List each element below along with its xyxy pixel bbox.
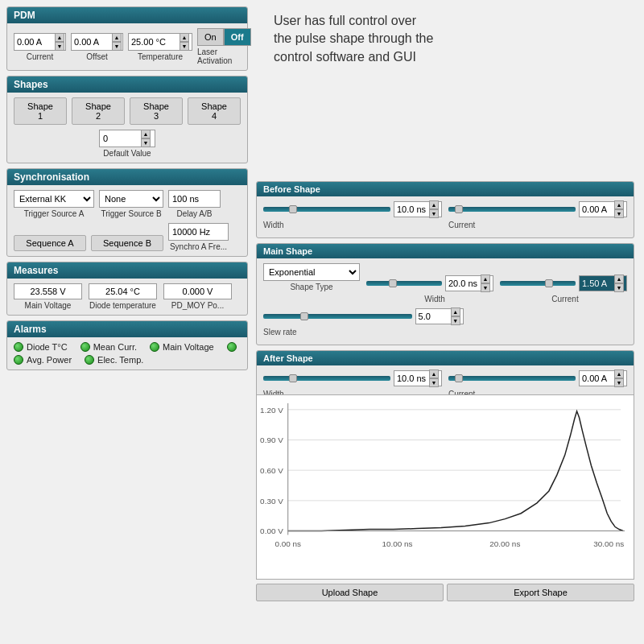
measures-body: 23.558 V Main Voltage 25.04 °C Diode tem… [7, 279, 247, 315]
main-shape-controls: Exponential Shape Type ▲ ▼ [263, 263, 627, 291]
after-width-arrows: ▲ ▼ [429, 369, 439, 387]
main-current-value[interactable]: ▲ ▼ [579, 275, 627, 291]
laser-on-button[interactable]: On [197, 28, 224, 46]
slew-up[interactable]: ▲ [451, 308, 460, 316]
temperature-group: ▲ ▼ Temperature [128, 33, 192, 61]
main-width-down[interactable]: ▼ [481, 283, 490, 292]
after-width-value[interactable]: ▲ ▼ [394, 370, 442, 386]
shape1-button[interactable]: Shape 1 [14, 97, 67, 125]
temperature-input[interactable]: ▲ ▼ [128, 33, 192, 51]
alarm-row-2: Avg. Power Elec. Temp. [14, 355, 241, 365]
temperature-label: Temperature [138, 52, 183, 61]
after-current-field[interactable] [582, 374, 613, 383]
trigger-b-select[interactable]: None [99, 190, 163, 208]
default-up[interactable]: ▲ [141, 130, 151, 138]
default-arrows: ▲ ▼ [141, 130, 151, 147]
before-shape-header: Before Shape [257, 182, 634, 196]
temperature-field[interactable] [131, 37, 178, 47]
default-down[interactable]: ▼ [141, 138, 151, 147]
delay-input[interactable] [168, 190, 221, 208]
current-up[interactable]: ▲ [55, 33, 64, 42]
after-width-field[interactable] [397, 374, 427, 383]
sequence-b-button[interactable]: Sequence B [91, 235, 163, 251]
shape-type-select[interactable]: Exponential [263, 263, 360, 281]
slew-down[interactable]: ▼ [451, 316, 460, 325]
delay-field[interactable] [172, 194, 208, 204]
before-width-down[interactable]: ▼ [429, 209, 439, 218]
laser-activation-group: On Off Laser Activation [197, 28, 251, 65]
after-width-slider[interactable] [263, 376, 390, 381]
offset-label: Offset [86, 52, 108, 61]
offset-field[interactable] [74, 37, 110, 47]
before-current-value[interactable]: ▲ ▼ [579, 201, 627, 217]
shape3-button[interactable]: Shape 3 [130, 97, 183, 125]
main-width-thumb [389, 279, 397, 287]
offset-down[interactable]: ▼ [112, 42, 122, 51]
main-width-value[interactable]: ▲ ▼ [445, 275, 493, 291]
temperature-down[interactable]: ▼ [180, 42, 189, 51]
main-width-arrows: ▲ ▼ [481, 275, 490, 292]
freq-input[interactable] [168, 223, 229, 241]
main-width-slider[interactable] [366, 281, 442, 286]
slew-value[interactable]: ▲ ▼ [415, 308, 464, 324]
main-current-label: Current [503, 295, 627, 303]
slew-slider-group: ▲ ▼ [263, 308, 464, 324]
before-width-slider[interactable] [263, 207, 390, 212]
before-shape-body: ▲ ▼ ▲ ▼ [257, 196, 634, 237]
trigger-a-group: External KK Trigger Source A [14, 190, 94, 218]
export-shape-button[interactable]: Export Shape [447, 584, 634, 601]
shape2-button[interactable]: Shape 2 [72, 97, 125, 125]
alarm-label-elec-temp: Elec. Temp. [97, 355, 143, 365]
sequence-a-button[interactable]: Sequence A [14, 235, 86, 251]
after-current-slider[interactable] [448, 376, 576, 381]
after-width-down[interactable]: ▼ [429, 378, 439, 387]
before-current-field[interactable] [582, 204, 613, 214]
offset-up[interactable]: ▲ [112, 33, 122, 42]
main-width-field[interactable] [448, 279, 479, 288]
before-current-slider[interactable] [448, 207, 576, 212]
delay-label: Delay A/B [168, 209, 221, 218]
main-width-label: Width [373, 295, 497, 303]
upload-shape-button[interactable]: Upload Shape [256, 584, 444, 601]
slew-slider[interactable] [263, 314, 412, 319]
main-current-slider[interactable] [500, 281, 576, 286]
before-current-down[interactable]: ▼ [614, 209, 624, 218]
after-current-up[interactable]: ▲ [614, 369, 624, 378]
current-down[interactable]: ▼ [55, 42, 64, 51]
before-current-up[interactable]: ▲ [614, 200, 624, 209]
shapes-panel: Shapes Shape 1 Shape 2 Shape 3 Shape 4 ▲… [6, 76, 248, 163]
pd-group: 0.000 V PD_MOY Po... [163, 283, 232, 310]
y-label-4: 0.30 V [260, 497, 283, 506]
main-current-down[interactable]: ▼ [614, 283, 624, 292]
seq-b-group: Sequence B [91, 235, 163, 251]
before-width-value[interactable]: ▲ ▼ [394, 201, 442, 217]
before-current-label: Current [448, 221, 564, 229]
slew-field[interactable] [419, 312, 449, 321]
current-field[interactable] [17, 37, 53, 47]
slew-rate-row: ▲ ▼ [263, 308, 627, 324]
main-current-field[interactable] [582, 279, 613, 288]
main-current-up[interactable]: ▲ [614, 275, 624, 283]
after-current-thumb [455, 374, 463, 382]
offset-input[interactable]: ▲ ▼ [71, 33, 123, 51]
after-current-down[interactable]: ▼ [614, 378, 624, 387]
freq-field[interactable] [172, 227, 217, 237]
laser-off-button[interactable]: Off [224, 28, 251, 46]
before-shape-panel: Before Shape ▲ ▼ [256, 181, 634, 238]
alarms-header: Alarms [7, 321, 247, 337]
after-width-up[interactable]: ▲ [429, 369, 439, 378]
laser-activation-label: Laser Activation [197, 47, 251, 65]
trigger-a-select[interactable]: External KK [14, 190, 94, 208]
pd-value: 0.000 V [163, 283, 232, 299]
main-width-up[interactable]: ▲ [481, 275, 490, 283]
current-input[interactable]: ▲ ▼ [14, 33, 66, 51]
before-width-field[interactable] [397, 204, 427, 214]
default-value-field[interactable] [103, 134, 139, 143]
temperature-up[interactable]: ▲ [180, 33, 189, 42]
shape4-button[interactable]: Shape 4 [188, 97, 241, 125]
after-current-value[interactable]: ▲ ▼ [579, 370, 627, 386]
y-label-3: 0.60 V [260, 466, 283, 475]
before-width-up[interactable]: ▲ [429, 200, 439, 209]
after-shape-header: After Shape [257, 351, 634, 365]
default-value-input[interactable]: ▲ ▼ [99, 130, 155, 147]
